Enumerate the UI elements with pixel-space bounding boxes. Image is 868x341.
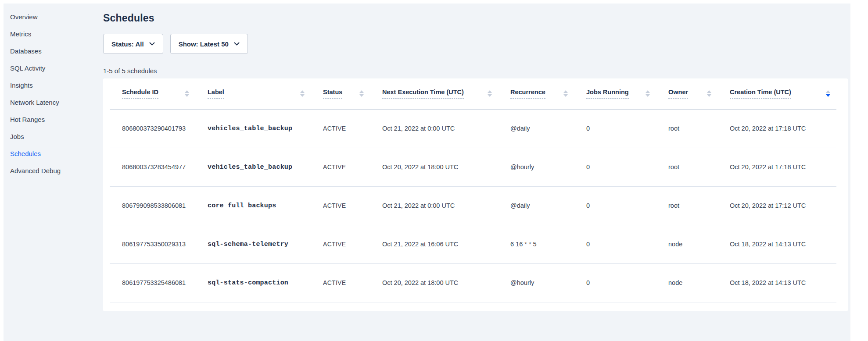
column-label: Schedule ID bbox=[122, 89, 158, 99]
show-filter-label: Show: Latest 50 bbox=[179, 40, 229, 48]
table-row: 806197753350029313 sql-schema-telemetry … bbox=[110, 225, 836, 263]
cell-schedule-id: 806800373290401793 bbox=[110, 109, 195, 148]
cell-next-execution-time: Oct 20, 2022 at 18:00 UTC bbox=[370, 263, 498, 302]
cell-owner: root bbox=[656, 186, 717, 225]
cell-next-execution-time: Oct 21, 2022 at 0:00 UTC bbox=[370, 186, 498, 225]
table-row: 806800373283454977 vehicles_table_backup… bbox=[110, 148, 836, 186]
cell-jobs-running: 0 bbox=[574, 225, 656, 263]
sort-arrows-icon[interactable] bbox=[359, 90, 364, 97]
cell-owner: root bbox=[656, 148, 717, 186]
column-header-jobs-running[interactable]: Jobs Running bbox=[574, 78, 656, 109]
sidebar-item-schedules[interactable]: Schedules bbox=[10, 149, 98, 159]
sort-arrows-icon[interactable] bbox=[488, 90, 492, 97]
table-row: 806799098533806081 core_full_backups ACT… bbox=[110, 186, 836, 225]
sidebar-item-sql-activity[interactable]: SQL Activity bbox=[10, 64, 98, 73]
cell-jobs-running: 0 bbox=[574, 263, 656, 302]
cell-status: ACTIVE bbox=[311, 225, 370, 263]
table-row: 806800373290401793 vehicles_table_backup… bbox=[110, 109, 836, 148]
sidebar-item-advanced-debug[interactable]: Advanced Debug bbox=[10, 166, 98, 176]
cell-creation-time: Oct 20, 2022 at 17:12 UTC bbox=[717, 186, 836, 225]
cell-status: ACTIVE bbox=[311, 186, 370, 225]
cell-next-execution-time: Oct 20, 2022 at 18:00 UTC bbox=[370, 148, 498, 186]
cell-jobs-running: 0 bbox=[574, 109, 656, 148]
column-header-owner[interactable]: Owner bbox=[656, 78, 717, 109]
cell-owner: node bbox=[656, 263, 717, 302]
cell-status: ACTIVE bbox=[311, 109, 370, 148]
column-header-creation-time[interactable]: Creation Time (UTC) bbox=[717, 78, 836, 109]
sort-arrows-icon[interactable] bbox=[185, 90, 189, 97]
column-label: Owner bbox=[668, 89, 688, 99]
main-content: Schedules Status: All Show: Latest 50 1-… bbox=[103, 4, 850, 311]
status-filter-label: Status: All bbox=[111, 40, 144, 48]
schedules-table: Schedule ID Label Status Next Execution … bbox=[110, 78, 836, 302]
cell-creation-time: Oct 18, 2022 at 14:13 UTC bbox=[717, 225, 836, 263]
column-header-next-execution-time[interactable]: Next Execution Time (UTC) bbox=[370, 78, 498, 109]
sort-arrows-icon[interactable] bbox=[826, 90, 830, 97]
sort-arrows-icon[interactable] bbox=[646, 90, 650, 97]
cell-status: ACTIVE bbox=[311, 263, 370, 302]
cell-recurrence: @hourly bbox=[498, 263, 574, 302]
cell-jobs-running: 0 bbox=[574, 148, 656, 186]
cell-recurrence: @daily bbox=[498, 109, 574, 148]
sidebar-item-insights[interactable]: Insights bbox=[10, 81, 98, 90]
sidebar-item-overview[interactable]: Overview bbox=[10, 12, 98, 22]
filter-bar: Status: All Show: Latest 50 bbox=[103, 34, 850, 54]
sidebar-item-databases[interactable]: Databases bbox=[10, 46, 98, 56]
status-filter-dropdown[interactable]: Status: All bbox=[103, 34, 163, 54]
sidebar: Overview Metrics Databases SQL Activity … bbox=[10, 12, 98, 183]
chevron-down-icon bbox=[234, 42, 240, 46]
cell-jobs-running: 0 bbox=[574, 186, 656, 225]
chevron-down-icon bbox=[149, 42, 155, 46]
cell-creation-time: Oct 20, 2022 at 17:18 UTC bbox=[717, 148, 836, 186]
sort-arrows-icon[interactable] bbox=[300, 90, 305, 97]
column-label: Status bbox=[323, 89, 342, 99]
cell-schedule-id: 806197753350029313 bbox=[110, 225, 195, 263]
cell-owner: node bbox=[656, 225, 717, 263]
cell-recurrence: 6 16 * * 5 bbox=[498, 225, 574, 263]
column-label: Jobs Running bbox=[586, 89, 629, 99]
cell-label: sql-schema-telemetry bbox=[195, 225, 311, 263]
column-label: Label bbox=[208, 89, 224, 99]
schedules-card: Schedule ID Label Status Next Execution … bbox=[103, 78, 848, 311]
cell-label: vehicles_table_backup bbox=[195, 148, 311, 186]
sidebar-item-network-latency[interactable]: Network Latency bbox=[10, 98, 98, 107]
show-filter-dropdown[interactable]: Show: Latest 50 bbox=[170, 34, 248, 54]
cell-next-execution-time: Oct 21, 2022 at 16:06 UTC bbox=[370, 225, 498, 263]
cell-next-execution-time: Oct 21, 2022 at 0:00 UTC bbox=[370, 109, 498, 148]
cell-label: sql-stats-compaction bbox=[195, 263, 311, 302]
sidebar-item-metrics[interactable]: Metrics bbox=[10, 29, 98, 39]
table-header-row: Schedule ID Label Status Next Execution … bbox=[110, 78, 836, 109]
cell-recurrence: @hourly bbox=[498, 148, 574, 186]
column-header-status[interactable]: Status bbox=[311, 78, 370, 109]
cell-status: ACTIVE bbox=[311, 148, 370, 186]
column-header-recurrence[interactable]: Recurrence bbox=[498, 78, 574, 109]
cell-creation-time: Oct 20, 2022 at 17:18 UTC bbox=[717, 109, 836, 148]
cell-recurrence: @daily bbox=[498, 186, 574, 225]
column-header-schedule-id[interactable]: Schedule ID bbox=[110, 78, 195, 109]
page-title: Schedules bbox=[103, 12, 850, 24]
app-viewport: Overview Metrics Databases SQL Activity … bbox=[4, 4, 850, 341]
sidebar-item-hot-ranges[interactable]: Hot Ranges bbox=[10, 115, 98, 124]
sort-arrows-icon[interactable] bbox=[563, 90, 568, 97]
column-label: Next Execution Time (UTC) bbox=[382, 89, 464, 99]
cell-schedule-id: 806799098533806081 bbox=[110, 186, 195, 225]
cell-label: core_full_backups bbox=[195, 186, 311, 225]
cell-label: vehicles_table_backup bbox=[195, 109, 311, 148]
cell-schedule-id: 806197753325486081 bbox=[110, 263, 195, 302]
cell-schedule-id: 806800373283454977 bbox=[110, 148, 195, 186]
column-header-label[interactable]: Label bbox=[195, 78, 311, 109]
cell-creation-time: Oct 18, 2022 at 14:13 UTC bbox=[717, 263, 836, 302]
column-label: Creation Time (UTC) bbox=[730, 89, 791, 99]
table-row: 806197753325486081 sql-stats-compaction … bbox=[110, 263, 836, 302]
sort-arrows-icon[interactable] bbox=[707, 90, 711, 97]
cell-owner: root bbox=[656, 109, 717, 148]
results-count: 1-5 of 5 schedules bbox=[103, 67, 850, 75]
column-label: Recurrence bbox=[510, 89, 545, 99]
sidebar-item-jobs[interactable]: Jobs bbox=[10, 132, 98, 142]
